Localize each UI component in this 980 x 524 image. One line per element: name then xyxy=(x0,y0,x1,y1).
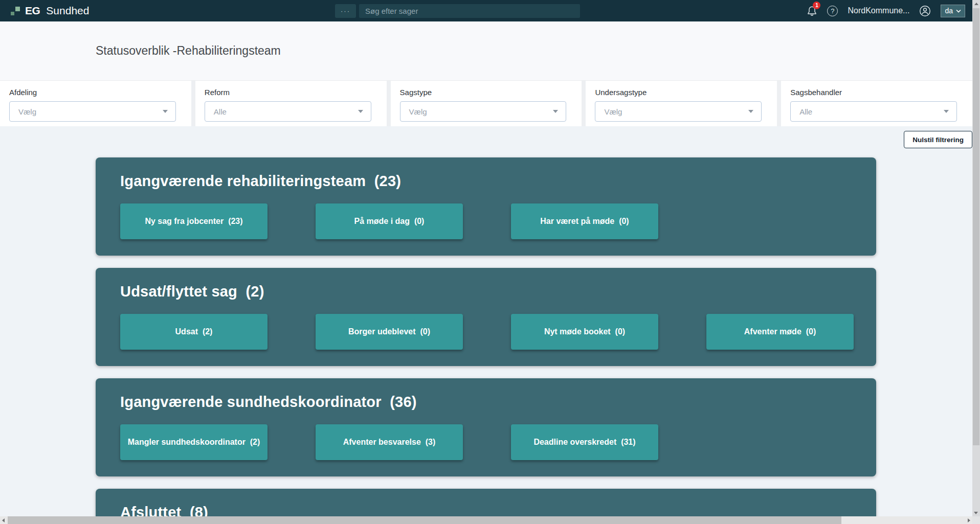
filter-selected-value: Alle xyxy=(799,107,812,116)
caret-down-icon xyxy=(358,110,363,113)
status-filter-button[interactable]: Har været på møde (0) xyxy=(511,203,658,239)
section-title: Igangværende rehabiliteringsteam (23) xyxy=(120,173,876,190)
status-filter-button[interactable]: Ny sag fra jobcenter (23) xyxy=(120,203,268,239)
caret-down-icon xyxy=(944,110,949,113)
section-title: Igangværende sundhedskoordinator (36) xyxy=(120,394,876,411)
filter-dropdown[interactable]: Alle xyxy=(205,101,371,122)
scroll-down-arrow-icon[interactable] xyxy=(974,512,978,514)
status-filter-button[interactable]: Nyt møde booket (0) xyxy=(511,314,658,350)
topbar: EG Sundhed ··· 1 ? NordKommune... xyxy=(0,0,972,21)
page-title: Statusoverblik -Rehabiliteringsteam xyxy=(96,44,281,58)
notifications-button[interactable]: 1 xyxy=(807,5,817,17)
status-section-card: Afsluttet (8) xyxy=(96,489,876,516)
tenant-name[interactable]: NordKommune... xyxy=(848,6,909,15)
notification-badge: 1 xyxy=(813,2,820,9)
filter-card: Reform Alle xyxy=(195,81,387,126)
filter-dropdown[interactable]: Alle xyxy=(790,101,957,122)
section-title: Udsat/flyttet sag (2) xyxy=(120,283,876,300)
filter-dropdown[interactable]: Vælg xyxy=(595,101,762,122)
filter-label: Sagsbehandler xyxy=(790,88,957,97)
status-filter-button[interactable]: Borger udeblevet (0) xyxy=(316,314,463,350)
filter-label: Reform xyxy=(205,88,371,97)
scrollbar-corner xyxy=(972,516,980,524)
filter-card: Sagstype Vælg xyxy=(391,81,582,126)
language-value: da xyxy=(945,7,953,15)
status-filter-button[interactable]: Deadline overskredet (31) xyxy=(511,424,658,460)
scroll-left-arrow-icon[interactable] xyxy=(2,518,5,522)
scroll-right-arrow-icon[interactable] xyxy=(968,518,970,522)
app-window: EG Sundhed ··· 1 ? NordKommune... xyxy=(0,0,972,516)
status-section-card: Igangværende rehabiliteringsteam (23) Ny… xyxy=(96,157,876,256)
reset-filters-button[interactable]: Nulstil filtrering xyxy=(904,131,972,148)
caret-down-icon xyxy=(553,110,558,113)
status-filter-button[interactable]: Udsat (2) xyxy=(120,314,268,350)
filter-selected-value: Vælg xyxy=(409,107,427,116)
status-section-card: Udsat/flyttet sag (2) Udsat (2)Borger ud… xyxy=(96,268,876,366)
overflow-menu-button[interactable]: ··· xyxy=(335,4,356,18)
user-profile-button[interactable] xyxy=(919,5,931,17)
filter-label: Afdeling xyxy=(9,88,176,97)
filter-label: Undersagstype xyxy=(595,88,762,97)
language-selector[interactable]: da xyxy=(941,5,965,17)
filter-selected-value: Alle xyxy=(214,107,227,116)
filter-dropdown[interactable]: Vælg xyxy=(400,101,567,122)
brand-logo: EG Sundhed xyxy=(10,5,89,17)
brand-eg-text: EG xyxy=(25,5,40,17)
filter-card: Afdeling Vælg xyxy=(0,81,191,126)
help-button[interactable]: ? xyxy=(827,6,838,16)
brand-product-text: Sundhed xyxy=(46,5,89,17)
filter-card: Undersagstype Vælg xyxy=(586,81,777,126)
status-button-row: Ny sag fra jobcenter (23)På møde i dag (… xyxy=(120,203,876,239)
chevron-down-icon xyxy=(956,9,961,13)
status-filter-button[interactable]: Mangler sundhedskoordinator (2) xyxy=(120,424,268,460)
search-input[interactable] xyxy=(359,4,580,18)
vertical-scrollbar[interactable] xyxy=(972,0,980,516)
filter-label: Sagstype xyxy=(400,88,567,97)
reset-row: Nulstil filtrering xyxy=(96,131,972,148)
status-filter-button[interactable]: Afventer møde (0) xyxy=(706,314,854,350)
filter-selected-value: Vælg xyxy=(604,107,622,116)
status-button-row: Udsat (2)Borger udeblevet (0)Nyt møde bo… xyxy=(120,314,876,350)
caret-down-icon xyxy=(163,110,168,113)
filter-bar: Afdeling Vælg Reform Alle Sagstype Vælg xyxy=(0,80,972,126)
page-header: Statusoverblik -Rehabiliteringsteam xyxy=(0,21,972,80)
status-section-card: Igangværende sundhedskoordinator (36) Ma… xyxy=(96,378,876,476)
horizontal-scrollbar[interactable] xyxy=(0,516,972,524)
status-filter-button[interactable]: På møde i dag (0) xyxy=(316,203,463,239)
filter-selected-value: Vælg xyxy=(18,107,36,116)
scroll-up-arrow-icon[interactable] xyxy=(974,3,978,5)
section-title: Afsluttet (8) xyxy=(120,504,876,516)
caret-down-icon xyxy=(748,110,753,113)
filter-card: Sagsbehandler Alle xyxy=(781,81,972,126)
eg-logo-icon xyxy=(10,6,20,16)
vertical-scrollbar-thumb[interactable] xyxy=(973,8,979,445)
topbar-search-group: ··· xyxy=(335,4,580,18)
filter-dropdown[interactable]: Vælg xyxy=(9,101,176,122)
topbar-actions: 1 ? NordKommune... da xyxy=(807,5,965,17)
status-button-row: Mangler sundhedskoordinator (2)Afventer … xyxy=(120,424,876,460)
horizontal-scrollbar-thumb[interactable] xyxy=(8,516,841,524)
status-filter-button[interactable]: Afventer besvarelse (3) xyxy=(316,424,463,460)
main-content: Nulstil filtrering Igangværende rehabili… xyxy=(0,126,972,516)
